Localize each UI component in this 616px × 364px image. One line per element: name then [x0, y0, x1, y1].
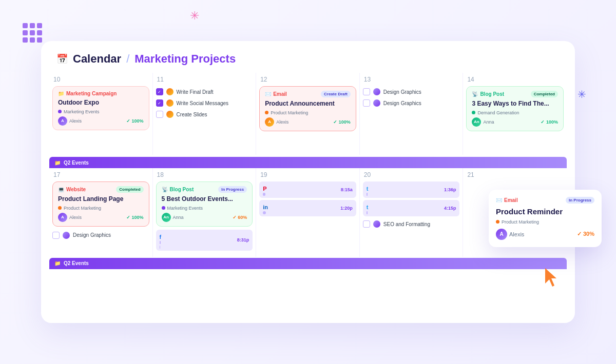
tag-dot — [58, 110, 62, 113]
checklist-item-3: Create Slides — [156, 109, 253, 120]
card-title: 3 Easy Ways to Find The... — [472, 100, 558, 108]
avatar: A — [58, 116, 67, 126]
week1-grid: 10 📁 Marketing Campaign Outdoor Expo Mar… — [41, 73, 575, 155]
q2-events-bar-2: 📁 Q2 Events — [49, 258, 567, 269]
floating-tag-dot — [496, 220, 499, 224]
tag-text: Product Marketing — [271, 110, 308, 115]
pi-sched-item[interactable]: P 8:15a — [259, 181, 356, 198]
website-label: 💻 Website — [58, 187, 86, 192]
blog-card-2[interactable]: 📡 Blog Post In Progress 5 Best Outdoor E… — [156, 181, 253, 227]
day-num-21: 21 — [466, 168, 564, 181]
check-label-2: Write Social Messages — [177, 100, 229, 106]
check-dg-1: Design Graphics — [363, 86, 460, 97]
star-decoration-2-icon: ✳ — [578, 88, 586, 100]
avatar: An — [472, 117, 481, 127]
checkbox-dg-3[interactable] — [52, 232, 60, 239]
breadcrumb-subtitle: Marketing Projects — [134, 52, 236, 66]
tw-sched-item-1[interactable]: t 1:36p — [363, 181, 460, 198]
avatar-row-2: An Anna ✓ 60% — [162, 213, 247, 222]
tag-dot — [58, 206, 62, 210]
blog-icon: 📡 — [472, 91, 478, 97]
floating-status-badge: In Progress — [566, 197, 594, 204]
checkbox-dg-1[interactable] — [363, 88, 370, 95]
progress: ✓ 100% — [541, 119, 558, 125]
floating-tag-row: Product Marketing — [496, 219, 594, 225]
blog-card[interactable]: 📡 Blog Post Completed 3 Easy Ways to Fin… — [466, 86, 564, 131]
day-num-18: 18 — [156, 168, 253, 181]
calendar-icon: 📅 — [56, 53, 68, 65]
avatar-check-2 — [166, 99, 174, 107]
avatar-dg-1 — [373, 88, 380, 95]
status-badge-2: In Progress — [218, 186, 247, 193]
tag-row-2: Marketing Events — [162, 206, 247, 211]
email-icon: ✉️ — [265, 91, 271, 97]
cursor-arrow — [545, 268, 561, 290]
check-dg-2: Design Graphics — [363, 97, 460, 109]
status-badge: Completed — [531, 91, 558, 97]
tag-row: Demand Generation — [472, 110, 558, 115]
website-card[interactable]: 💻 Website Completed Product Landing Page… — [52, 181, 149, 227]
folder-q2-icon: 📁 — [54, 160, 61, 166]
day-18: 18 📡 Blog Post In Progress 5 Best Outdoo… — [153, 168, 257, 257]
blog-label-2: 📡 Blog Post — [162, 187, 194, 192]
breadcrumb-sep: / — [126, 52, 129, 66]
li-sched-item[interactable]: in 1:20p — [259, 200, 356, 216]
check-label-dg-2: Design Graphics — [383, 100, 421, 106]
avatar-dg-2 — [373, 99, 380, 107]
floating-email-icon: ✉️ — [496, 197, 502, 203]
floating-tag-text: Product Marketing — [502, 219, 539, 225]
main-card: 📅 Calendar / Marketing Projects 10 📁 Mar… — [41, 41, 575, 323]
sched-time-li: 1:20p — [340, 206, 353, 211]
q2-label-2: Q2 Events — [64, 260, 89, 266]
floating-email-card[interactable]: ✉️ Email In Progress Product Reminder Pr… — [489, 190, 602, 247]
checkbox-1[interactable] — [156, 88, 163, 95]
blog-label: 📡 Blog Post — [472, 91, 504, 97]
avatar-dg-3 — [63, 232, 70, 239]
checklist-item-1: Write Final Draft — [156, 86, 253, 97]
status-badge: Completed — [116, 186, 143, 193]
floating-email-label: ✉️ Email — [496, 197, 518, 203]
floating-avatar: A — [496, 229, 507, 240]
tw-sched-item-2[interactable]: t 4:15p — [363, 200, 460, 216]
checkbox-2[interactable] — [156, 99, 163, 107]
marketing-campaign-card[interactable]: 📁 Marketing Campaign Outdoor Expo Market… — [52, 86, 149, 130]
avatar-name: Anna — [483, 119, 494, 125]
day-num-20: 20 — [363, 168, 460, 181]
sched-time-tw2: 4:15p — [444, 206, 456, 211]
sched-time-fb: 8:31p — [237, 237, 249, 242]
check-dg-3: Design Graphics — [52, 230, 149, 241]
avatar: A — [265, 117, 274, 127]
checkbox-seo[interactable] — [363, 220, 370, 228]
fb-sched-item[interactable]: f 8:31p — [156, 230, 253, 251]
day-12: 12 ✉️ Email Create Draft Product Announc… — [256, 73, 360, 155]
sched-bar — [263, 193, 265, 196]
sched-time-tw1: 1:36p — [444, 187, 456, 192]
checkbox-3[interactable] — [156, 111, 163, 118]
avatar-name: Alexis — [276, 119, 288, 125]
avatar-seo — [373, 220, 380, 228]
pinterest-icon: P — [263, 186, 266, 192]
progress: ✓ 100% — [333, 119, 351, 125]
sched-bar-4 — [367, 211, 368, 214]
avatar-row: A Alexis ✓ 100% — [265, 117, 351, 127]
check-label-dg-1: Design Graphics — [383, 89, 421, 95]
folder-q2-2-icon: 📁 — [54, 260, 61, 266]
facebook-icon: f — [160, 234, 162, 240]
card-title: Outdoor Expo — [58, 99, 144, 107]
floating-avatar-row: A Alexis ✓ 30% — [496, 229, 594, 240]
avatar-check-3 — [166, 111, 174, 118]
card-title-2: 5 Best Outdoor Events... — [162, 195, 247, 204]
twitter-icon-2: t — [367, 204, 369, 210]
tag-text: Demand Generation — [477, 110, 519, 115]
check-label-seo: SEO and Formatting — [383, 221, 430, 227]
day-num-13: 13 — [363, 73, 460, 86]
tag-row: Product Marketing — [265, 110, 351, 115]
floating-card-title: Product Reminder — [496, 207, 594, 217]
blog-icon-2: 📡 — [162, 187, 168, 192]
check-label-dg-3: Design Graphics — [73, 232, 111, 238]
checkbox-dg-2[interactable] — [363, 99, 370, 107]
svg-marker-0 — [545, 268, 556, 287]
card-type-label: 📁 Marketing Campaign — [58, 91, 117, 96]
linkedin-icon: in — [263, 204, 268, 210]
email-card[interactable]: ✉️ Email Create Draft Product Announceme… — [259, 86, 356, 131]
